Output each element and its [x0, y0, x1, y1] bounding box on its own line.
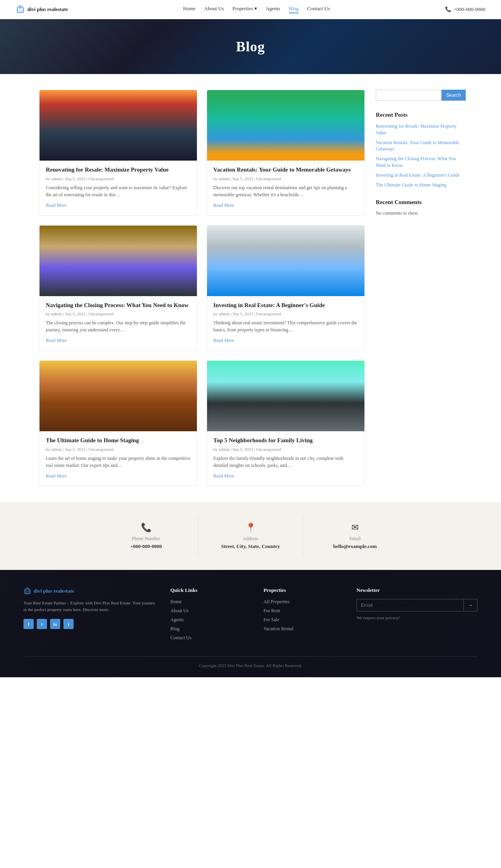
read-more-link[interactable]: Read More — [213, 338, 234, 343]
contact-block: ✉ Email hello@example.com — [303, 516, 407, 556]
nav-about[interactable]: About Us — [204, 5, 224, 13]
card-excerpt: Discover our top vacation rental destina… — [213, 184, 358, 198]
recent-comments-section: Recent Comments No comments to show. — [376, 199, 462, 216]
card-image — [40, 361, 197, 431]
contact-label: Email — [311, 536, 399, 542]
no-comments-text: No comments to show. — [376, 210, 462, 216]
footer-proplink[interactable]: All Properties — [263, 599, 344, 605]
contact-value: +000-000-0000 — [102, 543, 190, 550]
social-icon-t[interactable]: t — [37, 619, 47, 629]
nav-properties[interactable]: Properties ▾ — [232, 5, 257, 13]
logo-icon — [16, 5, 25, 14]
contact-icon: 📞 — [102, 523, 190, 533]
footer-grid: divi plus realestate Your Real Estate Pa… — [23, 587, 478, 644]
newsletter-form: → — [357, 599, 478, 611]
card-image — [207, 90, 364, 161]
recent-posts-section: Recent Posts Renovating for Resale: Maxi… — [376, 112, 462, 188]
read-more-link[interactable]: Read More — [46, 203, 67, 208]
privacy-text: We respect your privacy! — [357, 615, 478, 620]
nav-contact[interactable]: Contact Us — [307, 5, 330, 13]
footer-about-text: Your Real Estate Partner – Explore with … — [23, 600, 158, 613]
card-image — [207, 361, 364, 431]
card-excerpt: Learn the art of home staging to make yo… — [46, 455, 191, 469]
sidebar-post-link[interactable]: The Ultimate Guide to Home Staging — [376, 182, 462, 188]
social-icon-in[interactable]: in — [50, 619, 60, 629]
card-excerpt: The closing process can be complex. Our … — [46, 319, 191, 333]
footer-quicklink[interactable]: Contact Us — [170, 635, 251, 641]
hero-section: Blog — [0, 19, 501, 74]
recent-posts-list: Renovating for Resale: Maximize Property… — [376, 123, 462, 188]
copyright-text: Copyright 2023 Divi Plus Real Estate. Al… — [199, 663, 302, 668]
card-meta: by admin | Sep 5, 2023 | Uncategorized — [213, 311, 358, 316]
card-image — [40, 90, 197, 161]
card-title: Investing in Real Estate: A Beginner's G… — [213, 302, 358, 309]
footer-newsletter-col: Newsletter → We respect your privacy! — [357, 587, 478, 644]
newsletter-email-input[interactable] — [357, 599, 464, 611]
sidebar-post-link[interactable]: Investing in Real Estate: A Beginner's G… — [376, 172, 462, 179]
footer-quicklink[interactable]: About Us — [170, 608, 251, 614]
card-title: Navigating the Closing Process: What You… — [46, 302, 191, 309]
card-meta: by admin | Sep 5, 2023 | Uncategorized — [46, 311, 191, 316]
hero-title: Blog — [236, 38, 265, 55]
nav-agents[interactable]: Agents — [266, 5, 280, 13]
logo-text: divi plus realestate — [27, 6, 68, 13]
read-more-link[interactable]: Read More — [46, 473, 67, 479]
read-more-link[interactable]: Read More — [213, 473, 234, 479]
footer-proplink[interactable]: For Sale — [263, 617, 344, 623]
sidebar-post-link[interactable]: Navigating the Closing Process: What You… — [376, 156, 462, 169]
footer-contact: 📞 Phone Number +000-000-0000 📍 Address S… — [0, 502, 501, 570]
card-excerpt: Considering selling your property and wa… — [46, 184, 191, 198]
search-input[interactable] — [376, 90, 442, 101]
recent-comments-title: Recent Comments — [376, 199, 462, 206]
card-image — [40, 226, 197, 296]
card-title: The Ultimate Guide to Home Staging — [46, 437, 191, 445]
nav-blog[interactable]: Blog — [289, 5, 299, 13]
contact-blocks: 📞 Phone Number +000-000-0000 📍 Address S… — [94, 516, 407, 556]
card-meta: by admin | Sep 5, 2023 | Uncategorized — [213, 447, 358, 452]
card-meta: by admin | Sep 5, 2023 | Uncategorized — [46, 176, 191, 181]
blog-card: The Ultimate Guide to Home Staging by ad… — [39, 360, 197, 486]
social-icon-i[interactable]: i — [63, 619, 74, 629]
card-title: Renovating for Resale: Maximize Property… — [46, 166, 191, 174]
footer-bottom: Copyright 2023 Divi Plus Real Estate. Al… — [23, 656, 478, 668]
social-icons: ftini — [23, 619, 158, 629]
properties-title: Properties — [263, 587, 344, 593]
blog-card: Navigating the Closing Process: What You… — [39, 225, 197, 351]
read-more-link[interactable]: Read More — [46, 338, 67, 343]
logo[interactable]: divi plus realestate — [16, 5, 68, 14]
card-meta: by admin | Sep 5, 2023 | Uncategorized — [213, 176, 358, 181]
search-button[interactable]: Search — [442, 90, 466, 101]
footer-proplink[interactable]: Vacation Rental — [263, 626, 344, 632]
contact-icon: 📍 — [206, 523, 295, 533]
footer-main: divi plus realestate Your Real Estate Pa… — [0, 570, 501, 677]
footer-proplink[interactable]: For Rent — [263, 608, 344, 614]
contact-icon: ✉ — [311, 523, 399, 533]
footer-logo-text: divi plus realestate — [34, 588, 74, 594]
property-links-list: All PropertiesFor RentFor SaleVacation R… — [263, 599, 344, 632]
main-content: Renovating for Resale: Maximize Property… — [16, 74, 485, 502]
blog-grid: Renovating for Resale: Maximize Property… — [39, 90, 365, 486]
social-icon-f[interactable]: f — [23, 619, 34, 629]
footer-about-col: divi plus realestate Your Real Estate Pa… — [23, 587, 158, 644]
footer-quicklinks-col: Quick Links HomeAbout UsAgentsBlogContac… — [170, 587, 251, 644]
footer-logo-icon — [23, 587, 31, 595]
navigation: divi plus realestate Home About Us Prope… — [0, 0, 501, 19]
footer-logo[interactable]: divi plus realestate — [23, 587, 158, 595]
blog-card: Top 5 Neighborhoods for Family Living by… — [207, 360, 365, 486]
quicklinks-title: Quick Links — [170, 587, 251, 593]
newsletter-title: Newsletter — [357, 587, 478, 593]
footer-quicklink[interactable]: Agents — [170, 617, 251, 623]
contact-value: Street, City, State, Country — [206, 543, 295, 550]
quicklinks-list: HomeAbout UsAgentsBlogContact Us — [170, 599, 251, 641]
card-image — [207, 226, 364, 296]
card-title: Vacation Rentals: Your Guide to Memorabl… — [213, 166, 358, 174]
read-more-link[interactable]: Read More — [213, 203, 234, 208]
sidebar-post-link[interactable]: Vacation Rentals: Your Guide to Memorabl… — [376, 139, 462, 153]
sidebar-post-link[interactable]: Renovating for Resale: Maximize Property… — [376, 123, 462, 136]
footer-quicklink[interactable]: Home — [170, 599, 251, 605]
phone-icon: 📞 — [445, 6, 451, 13]
contact-label: Address — [206, 536, 295, 542]
nav-home[interactable]: Home — [183, 5, 196, 13]
newsletter-submit-btn[interactable]: → — [464, 599, 478, 611]
footer-quicklink[interactable]: Blog — [170, 626, 251, 632]
